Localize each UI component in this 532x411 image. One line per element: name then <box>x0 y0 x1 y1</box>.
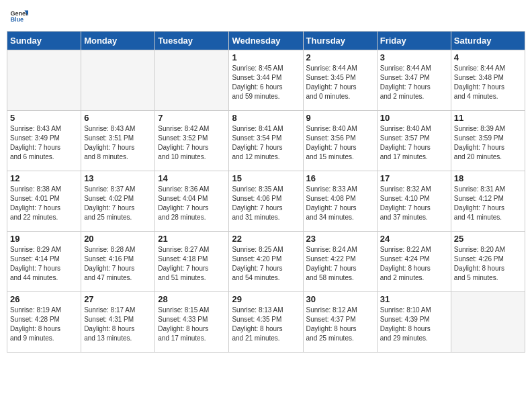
day-number: 14 <box>158 173 226 183</box>
day-number: 25 <box>454 234 522 244</box>
day-info: Sunrise: 8:17 AM Sunset: 4:31 PM Dayligh… <box>84 306 152 343</box>
calendar-cell: 11Sunrise: 8:39 AM Sunset: 3:59 PM Dayli… <box>451 111 525 171</box>
day-number: 30 <box>306 294 374 304</box>
day-info: Sunrise: 8:35 AM Sunset: 4:06 PM Dayligh… <box>232 185 300 222</box>
day-number: 18 <box>454 173 522 183</box>
calendar-cell: 15Sunrise: 8:35 AM Sunset: 4:06 PM Dayli… <box>229 171 303 232</box>
calendar-cell: 16Sunrise: 8:33 AM Sunset: 4:08 PM Dayli… <box>303 171 377 232</box>
day-number: 5 <box>10 113 78 123</box>
day-info: Sunrise: 8:40 AM Sunset: 3:57 PM Dayligh… <box>380 124 448 162</box>
day-info: Sunrise: 8:29 AM Sunset: 4:14 PM Dayligh… <box>10 245 78 283</box>
day-number: 10 <box>380 113 448 123</box>
calendar-cell: 23Sunrise: 8:24 AM Sunset: 4:22 PM Dayli… <box>303 232 377 292</box>
day-number: 11 <box>454 113 522 123</box>
day-number: 9 <box>306 113 374 123</box>
day-info: Sunrise: 8:24 AM Sunset: 4:22 PM Dayligh… <box>306 245 374 283</box>
day-number: 20 <box>84 234 152 244</box>
day-number: 1 <box>232 52 300 62</box>
calendar-cell: 1Sunrise: 8:45 AM Sunset: 3:44 PM Daylig… <box>229 50 303 111</box>
day-info: Sunrise: 8:28 AM Sunset: 4:16 PM Dayligh… <box>84 245 152 283</box>
day-info: Sunrise: 8:22 AM Sunset: 4:24 PM Dayligh… <box>380 245 448 283</box>
calendar-cell: 30Sunrise: 8:12 AM Sunset: 4:37 PM Dayli… <box>303 292 377 353</box>
day-info: Sunrise: 8:12 AM Sunset: 4:37 PM Dayligh… <box>306 306 374 343</box>
day-info: Sunrise: 8:33 AM Sunset: 4:08 PM Dayligh… <box>306 185 374 222</box>
calendar-cell: 20Sunrise: 8:28 AM Sunset: 4:16 PM Dayli… <box>81 232 155 292</box>
logo: General Blue <box>9 7 28 26</box>
day-number: 27 <box>84 294 152 304</box>
day-info: Sunrise: 8:39 AM Sunset: 3:59 PM Dayligh… <box>454 124 522 162</box>
weekday-header-tuesday: Tuesday <box>155 32 229 50</box>
calendar-cell: 27Sunrise: 8:17 AM Sunset: 4:31 PM Dayli… <box>81 292 155 353</box>
svg-text:Blue: Blue <box>10 16 24 23</box>
day-info: Sunrise: 8:10 AM Sunset: 4:39 PM Dayligh… <box>380 306 448 343</box>
day-info: Sunrise: 8:37 AM Sunset: 4:02 PM Dayligh… <box>84 185 152 222</box>
day-number: 24 <box>380 234 448 244</box>
day-info: Sunrise: 8:31 AM Sunset: 4:12 PM Dayligh… <box>454 185 522 222</box>
week-row-0: 1Sunrise: 8:45 AM Sunset: 3:44 PM Daylig… <box>7 50 525 111</box>
day-info: Sunrise: 8:43 AM Sunset: 3:49 PM Dayligh… <box>10 124 78 162</box>
header: General Blue <box>7 7 525 26</box>
day-number: 23 <box>306 234 374 244</box>
calendar-cell: 6Sunrise: 8:43 AM Sunset: 3:51 PM Daylig… <box>81 111 155 171</box>
calendar-cell: 8Sunrise: 8:41 AM Sunset: 3:54 PM Daylig… <box>229 111 303 171</box>
day-info: Sunrise: 8:36 AM Sunset: 4:04 PM Dayligh… <box>158 185 226 222</box>
day-number: 17 <box>380 173 448 183</box>
day-info: Sunrise: 8:15 AM Sunset: 4:33 PM Dayligh… <box>158 306 226 343</box>
day-number: 13 <box>84 173 152 183</box>
day-info: Sunrise: 8:20 AM Sunset: 4:26 PM Dayligh… <box>454 245 522 283</box>
calendar-cell: 28Sunrise: 8:15 AM Sunset: 4:33 PM Dayli… <box>155 292 229 353</box>
weekday-header-sunday: Sunday <box>7 32 81 50</box>
weekday-header-row: SundayMondayTuesdayWednesdayThursdayFrid… <box>7 32 525 50</box>
day-info: Sunrise: 8:19 AM Sunset: 4:28 PM Dayligh… <box>10 306 78 343</box>
day-info: Sunrise: 8:44 AM Sunset: 3:45 PM Dayligh… <box>306 64 374 101</box>
day-number: 21 <box>158 234 226 244</box>
calendar-cell: 21Sunrise: 8:27 AM Sunset: 4:18 PM Dayli… <box>155 232 229 292</box>
day-info: Sunrise: 8:43 AM Sunset: 3:51 PM Dayligh… <box>84 124 152 162</box>
day-info: Sunrise: 8:40 AM Sunset: 3:56 PM Dayligh… <box>306 124 374 162</box>
weekday-header-monday: Monday <box>81 32 155 50</box>
day-info: Sunrise: 8:38 AM Sunset: 4:01 PM Dayligh… <box>10 185 78 222</box>
week-row-2: 12Sunrise: 8:38 AM Sunset: 4:01 PM Dayli… <box>7 171 525 232</box>
day-number: 7 <box>158 113 226 123</box>
calendar-cell <box>7 50 81 111</box>
day-number: 28 <box>158 294 226 304</box>
calendar-cell: 12Sunrise: 8:38 AM Sunset: 4:01 PM Dayli… <box>7 171 81 232</box>
calendar-cell: 18Sunrise: 8:31 AM Sunset: 4:12 PM Dayli… <box>451 171 525 232</box>
calendar-cell <box>451 292 525 353</box>
day-number: 16 <box>306 173 374 183</box>
calendar-cell: 2Sunrise: 8:44 AM Sunset: 3:45 PM Daylig… <box>303 50 377 111</box>
calendar-cell: 26Sunrise: 8:19 AM Sunset: 4:28 PM Dayli… <box>7 292 81 353</box>
week-row-1: 5Sunrise: 8:43 AM Sunset: 3:49 PM Daylig… <box>7 111 525 171</box>
calendar-cell: 10Sunrise: 8:40 AM Sunset: 3:57 PM Dayli… <box>377 111 451 171</box>
calendar-table: SundayMondayTuesdayWednesdayThursdayFrid… <box>7 31 525 353</box>
day-number: 6 <box>84 113 152 123</box>
calendar-cell: 9Sunrise: 8:40 AM Sunset: 3:56 PM Daylig… <box>303 111 377 171</box>
day-info: Sunrise: 8:27 AM Sunset: 4:18 PM Dayligh… <box>158 245 226 283</box>
calendar-cell: 25Sunrise: 8:20 AM Sunset: 4:26 PM Dayli… <box>451 232 525 292</box>
weekday-header-thursday: Thursday <box>303 32 377 50</box>
day-number: 31 <box>380 294 448 304</box>
calendar-cell: 4Sunrise: 8:44 AM Sunset: 3:48 PM Daylig… <box>451 50 525 111</box>
day-info: Sunrise: 8:45 AM Sunset: 3:44 PM Dayligh… <box>232 64 300 101</box>
calendar-cell: 24Sunrise: 8:22 AM Sunset: 4:24 PM Dayli… <box>377 232 451 292</box>
calendar-cell: 3Sunrise: 8:44 AM Sunset: 3:47 PM Daylig… <box>377 50 451 111</box>
week-row-4: 26Sunrise: 8:19 AM Sunset: 4:28 PM Dayli… <box>7 292 525 353</box>
day-number: 22 <box>232 234 300 244</box>
weekday-header-saturday: Saturday <box>451 32 525 50</box>
day-number: 2 <box>306 52 374 62</box>
calendar-cell <box>155 50 229 111</box>
logo-icon: General Blue <box>9 7 28 26</box>
day-info: Sunrise: 8:44 AM Sunset: 3:48 PM Dayligh… <box>454 64 522 101</box>
calendar-cell: 19Sunrise: 8:29 AM Sunset: 4:14 PM Dayli… <box>7 232 81 292</box>
calendar-cell: 17Sunrise: 8:32 AM Sunset: 4:10 PM Dayli… <box>377 171 451 232</box>
calendar-cell: 29Sunrise: 8:13 AM Sunset: 4:35 PM Dayli… <box>229 292 303 353</box>
day-info: Sunrise: 8:42 AM Sunset: 3:52 PM Dayligh… <box>158 124 226 162</box>
day-info: Sunrise: 8:13 AM Sunset: 4:35 PM Dayligh… <box>232 306 300 343</box>
calendar-cell: 14Sunrise: 8:36 AM Sunset: 4:04 PM Dayli… <box>155 171 229 232</box>
calendar-cell: 7Sunrise: 8:42 AM Sunset: 3:52 PM Daylig… <box>155 111 229 171</box>
calendar-cell <box>81 50 155 111</box>
calendar-cell: 5Sunrise: 8:43 AM Sunset: 3:49 PM Daylig… <box>7 111 81 171</box>
day-number: 4 <box>454 52 522 62</box>
day-number: 19 <box>10 234 78 244</box>
day-number: 3 <box>380 52 448 62</box>
